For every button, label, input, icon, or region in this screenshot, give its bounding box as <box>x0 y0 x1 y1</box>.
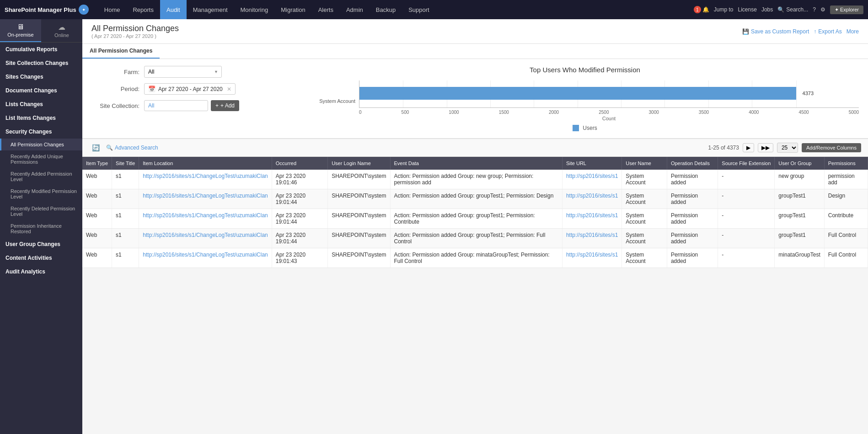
cell-link[interactable]: http://sp2016/sites/s1/ChangeLogTest/uzu… <box>143 193 268 199</box>
table-cell: groupTest1 <box>775 209 824 229</box>
export-as-button[interactable]: ↑ Export As <box>814 28 841 35</box>
table-cell: groupTest1 <box>775 229 824 248</box>
sidebar-item-lists-changes[interactable]: Lists Changes <box>0 97 82 111</box>
page-subtitle: ( Apr 27 2020 - Apr 27 2020 ) <box>91 33 179 39</box>
x-label-0: 0 <box>359 110 362 115</box>
sidebar-item-sites-changes[interactable]: Sites Changes <box>0 70 82 84</box>
sidebar-item-recently-added-permission[interactable]: Recently Added Permission Level <box>0 168 82 185</box>
sidebar-item-recently-added-unique[interactable]: Recently Added Unique Permissions <box>0 150 82 168</box>
table-cell: - <box>718 229 775 248</box>
more-button[interactable]: More <box>847 28 859 35</box>
notification-icon[interactable]: 🔔 <box>702 6 709 13</box>
nav-alerts[interactable]: Alerts <box>312 0 340 19</box>
last-page-button[interactable]: ▶▶ <box>758 143 773 152</box>
sidebar-item-cumulative-reports[interactable]: Cumulative Reports <box>0 43 82 56</box>
online-tab[interactable]: ☁ Online <box>41 19 82 42</box>
table-cell: groupTest1 <box>775 189 824 209</box>
table-cell: Action: Permission added Group: new grou… <box>390 170 562 189</box>
save-custom-report-button[interactable]: 💾 Save as Custom Report <box>742 28 809 35</box>
advanced-search-link[interactable]: Advanced Search <box>115 145 158 151</box>
jobs-link[interactable]: Jobs <box>761 6 773 13</box>
nav-support[interactable]: Support <box>402 0 436 19</box>
nav-migration[interactable]: Migration <box>274 0 311 19</box>
logo-icon: ✦ <box>79 5 89 15</box>
sidebar-item-security-changes[interactable]: Security Changes <box>0 125 82 139</box>
table-cell: Apr 23 2020 19:01:43 <box>272 248 327 268</box>
sidebar-item-content-activities[interactable]: Content Activities <box>0 251 82 265</box>
help-button[interactable]: ? <box>813 6 816 13</box>
table-cell: - <box>718 189 775 209</box>
sidebar-item-all-permission-changes[interactable]: All Permission Changes <box>0 139 82 150</box>
notification-badge[interactable]: 1 <box>694 6 701 13</box>
period-input[interactable]: 📅 Apr 27 2020 - Apr 27 2020 ✕ <box>144 83 236 95</box>
cell-link[interactable]: http://sp2016/sites/s1/ChangeLogTest/uzu… <box>143 252 268 258</box>
license-link[interactable]: License <box>738 6 757 13</box>
table-cell: Action: Permission added Group: minataGr… <box>390 248 562 268</box>
cell-link[interactable]: http://sp2016/sites/s1/ChangeLogTest/uzu… <box>143 212 268 219</box>
sidebar-item-recently-modified-permission[interactable]: Recently Modified Permission Level <box>0 185 82 203</box>
next-page-button[interactable]: ▶ <box>743 143 754 152</box>
refresh-button[interactable]: 🔄 <box>89 143 102 153</box>
sidebar: 🖥 On-premise ☁ Online Cumulative Reports… <box>0 19 82 434</box>
sidebar-item-audit-analytics[interactable]: Audit Analytics <box>0 265 82 279</box>
nav-reports[interactable]: Reports <box>126 0 160 19</box>
table-cell: http://sp2016/sites/s1 <box>562 209 622 229</box>
settings-icon[interactable]: ⚙ <box>820 6 825 13</box>
table-cell: Permission added <box>667 229 718 248</box>
legend-color-users <box>573 125 579 131</box>
table-cell: Contribute <box>824 209 868 229</box>
sidebar-item-list-items-changes[interactable]: List Items Changes <box>0 111 82 125</box>
sidebar-item-recently-deleted-permission[interactable]: Recently Deleted Permission Level <box>0 203 82 220</box>
nav-management[interactable]: Management <box>187 0 234 19</box>
cell-link[interactable]: http://sp2016/sites/s1/ChangeLogTest/uzu… <box>143 232 268 238</box>
col-user-or-group: User Or Group <box>775 157 824 170</box>
table-cell: Permission added <box>667 170 718 189</box>
cell-link[interactable]: http://sp2016/sites/s1 <box>566 212 618 219</box>
cell-link[interactable]: http://sp2016/sites/s1 <box>566 232 618 238</box>
nav-monitoring[interactable]: Monitoring <box>234 0 275 19</box>
tab-all-permission-changes[interactable]: All Permission Changes <box>82 44 160 59</box>
cell-link[interactable]: http://sp2016/sites/s1 <box>566 252 618 258</box>
sidebar-item-document-changes[interactable]: Document Changes <box>0 84 82 97</box>
export-icon: ↑ <box>814 28 816 35</box>
nav-home[interactable]: Home <box>98 0 127 19</box>
per-page-select[interactable]: 25 <box>777 143 798 153</box>
add-site-collection-button[interactable]: + + Add <box>211 100 239 111</box>
sidebar-item-user-group-changes[interactable]: User Group Changes <box>0 237 82 251</box>
table-row: Webs1http://sp2016/sites/s1/ChangeLogTes… <box>82 209 868 229</box>
nav-items: Home Reports Audit Management Monitoring… <box>98 0 694 19</box>
grid-line-5000 <box>796 80 797 107</box>
table-cell: Web <box>82 248 112 268</box>
table-cell: Apr 23 2020 19:01:46 <box>272 170 327 189</box>
calendar-icon: 📅 <box>148 86 155 92</box>
col-item-type: Item Type <box>82 157 112 170</box>
cell-link[interactable]: http://sp2016/sites/s1/ChangeLogTest/uzu… <box>143 173 268 179</box>
period-close-button[interactable]: ✕ <box>227 86 231 92</box>
chart-title: Top Users Who Modified Permission <box>311 66 859 74</box>
period-text: Apr 27 2020 - Apr 27 2020 <box>158 86 223 92</box>
jump-to-link[interactable]: Jump to <box>714 6 734 13</box>
legend-label-users: Users <box>583 125 597 131</box>
farm-select[interactable]: All <box>144 66 222 78</box>
on-premise-tab[interactable]: 🖥 On-premise <box>0 19 41 42</box>
save-icon: 💾 <box>742 28 749 35</box>
page-actions: 💾 Save as Custom Report ↑ Export As More <box>742 28 859 35</box>
sidebar-item-permission-inheritance[interactable]: Permission Inheritance Restored <box>0 220 82 237</box>
table-cell: s1 <box>112 209 139 229</box>
table-cell: http://sp2016/sites/s1/ChangeLogTest/uzu… <box>139 170 272 189</box>
chart-inner: 4373 0 500 1000 1500 2000 2500 3000 <box>359 80 859 121</box>
nav-backup[interactable]: Backup <box>370 0 402 19</box>
add-remove-columns-button[interactable]: Add/Remove Columns <box>802 143 861 152</box>
sidebar-item-site-collection-changes[interactable]: Site Collection Changes <box>0 56 82 70</box>
search-text[interactable]: Search... <box>786 6 808 13</box>
explorer-button[interactable]: ✦ Explorer <box>830 5 863 14</box>
table-body: Webs1http://sp2016/sites/s1/ChangeLogTes… <box>82 170 868 268</box>
site-collection-input[interactable] <box>144 100 208 111</box>
cell-link[interactable]: http://sp2016/sites/s1 <box>566 193 618 199</box>
table-cell: Web <box>82 229 112 248</box>
nav-admin[interactable]: Admin <box>340 0 370 19</box>
cell-link[interactable]: http://sp2016/sites/s1 <box>566 173 618 179</box>
nav-audit[interactable]: Audit <box>160 0 187 19</box>
col-source-file-extension: Source File Extension <box>718 157 775 170</box>
x-label-5000: 5000 <box>849 110 859 115</box>
